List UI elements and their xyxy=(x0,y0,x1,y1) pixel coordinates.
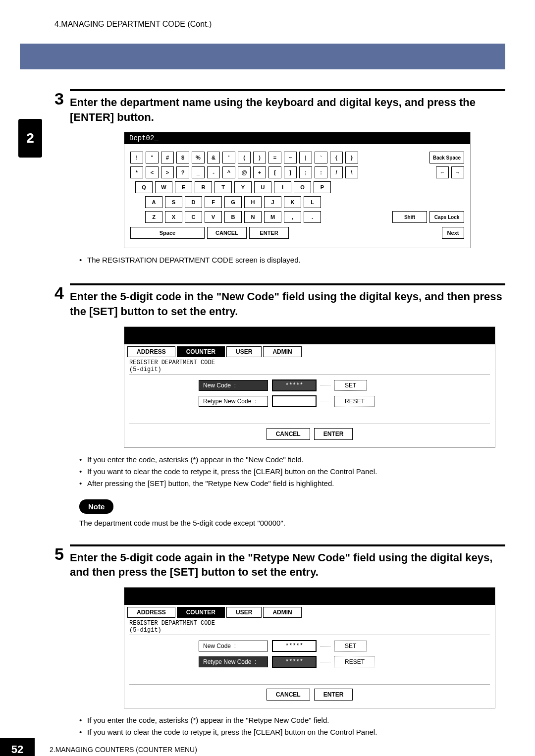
key-#[interactable]: # xyxy=(161,152,174,163)
note-text: The department code must be the 5-digit … xyxy=(79,519,505,527)
key->[interactable]: > xyxy=(161,166,174,178)
step-title: Enter the 5-digit code again in the "Ret… xyxy=(70,544,505,580)
key-`[interactable]: ` xyxy=(315,152,327,163)
new-code-label: New Code : xyxy=(199,641,268,651)
key-,[interactable]: , xyxy=(284,211,301,223)
key-v[interactable]: V xyxy=(205,211,222,223)
key-g[interactable]: G xyxy=(224,196,242,208)
key-y[interactable]: Y xyxy=(234,181,252,193)
tab-address[interactable]: ADDRESS xyxy=(127,607,175,618)
key--[interactable]: - xyxy=(207,166,220,178)
step-title: Enter the department name using the keyb… xyxy=(70,89,505,124)
reset-button[interactable]: RESET xyxy=(334,656,375,667)
cancel-key[interactable]: CANCEL xyxy=(207,227,247,239)
key-h[interactable]: H xyxy=(244,196,262,208)
key-m[interactable]: M xyxy=(264,211,281,223)
key-{[interactable]: { xyxy=(330,152,343,163)
key-@[interactable]: @ xyxy=(238,166,251,178)
key-?[interactable]: ? xyxy=(176,166,189,178)
key-][interactable]: ] xyxy=(284,166,297,178)
key-=[interactable]: = xyxy=(268,152,281,163)
key-c[interactable]: C xyxy=(185,211,202,223)
tab-admin[interactable]: ADMIN xyxy=(263,346,301,357)
enter-button[interactable]: ENTER xyxy=(314,428,353,440)
key-)[interactable]: ) xyxy=(253,152,266,163)
key-&[interactable]: & xyxy=(207,152,220,163)
enter-button[interactable]: ENTER xyxy=(314,689,353,701)
key-'[interactable]: ' xyxy=(222,152,235,163)
footer-text: 2.MANAGING COUNTERS (COUNTER MENU) xyxy=(50,746,197,754)
key-d[interactable]: D xyxy=(185,196,202,208)
key-n[interactable]: N xyxy=(244,211,262,223)
key-r[interactable]: R xyxy=(195,181,212,193)
key-%[interactable]: % xyxy=(192,152,205,163)
tab-user[interactable]: USER xyxy=(226,346,262,357)
register-screenshot-5: ADDRESSCOUNTERUSERADMINREGISTER DEPARTME… xyxy=(124,587,495,708)
key-^[interactable]: ^ xyxy=(222,166,235,178)
reset-button[interactable]: RESET xyxy=(334,396,375,407)
key-u[interactable]: U xyxy=(254,181,271,193)
key-e[interactable]: E xyxy=(175,181,192,193)
key-l[interactable]: L xyxy=(304,196,321,208)
key-t[interactable]: T xyxy=(214,181,232,193)
new-code-input[interactable]: ***** xyxy=(272,640,317,652)
key-![interactable]: ! xyxy=(130,152,143,163)
retype-code-label: Retype New Code : xyxy=(199,656,268,667)
key-[[interactable]: [ xyxy=(268,166,281,178)
key-j[interactable]: J xyxy=(264,196,281,208)
key-back space[interactable]: Back Space xyxy=(429,152,464,163)
key-<[interactable]: < xyxy=(146,166,159,178)
key-z[interactable]: Z xyxy=(145,211,162,223)
key-←[interactable]: ← xyxy=(436,166,449,178)
key-([interactable]: ( xyxy=(238,152,251,163)
step-bullet: If you want to clear the code to retype … xyxy=(79,726,505,738)
key-o[interactable]: O xyxy=(294,181,311,193)
key-a[interactable]: A xyxy=(145,196,162,208)
set-button[interactable]: SET xyxy=(334,641,367,651)
key-p[interactable]: P xyxy=(314,181,331,193)
key-→[interactable]: → xyxy=(451,166,464,178)
tab-counter[interactable]: COUNTER xyxy=(177,607,225,618)
key-|[interactable]: | xyxy=(299,152,312,163)
key-i[interactable]: I xyxy=(274,181,291,193)
key-.[interactable]: . xyxy=(304,211,321,223)
key-_[interactable]: _ xyxy=(192,166,205,178)
tab-admin[interactable]: ADMIN xyxy=(263,607,301,618)
new-code-input[interactable]: ***** xyxy=(272,379,317,391)
key-shift[interactable]: Shift xyxy=(392,211,427,223)
tab-counter[interactable]: COUNTER xyxy=(177,346,225,357)
next-key[interactable]: Next xyxy=(442,227,464,239)
key-/[interactable]: / xyxy=(330,166,343,178)
key-~[interactable]: ~ xyxy=(284,152,297,163)
key-"[interactable]: " xyxy=(146,152,159,163)
key-x[interactable]: X xyxy=(165,211,182,223)
set-button[interactable]: SET xyxy=(334,380,367,391)
key-b[interactable]: B xyxy=(224,211,242,223)
space-key[interactable]: Space xyxy=(130,227,205,239)
key-w[interactable]: W xyxy=(155,181,172,193)
key-s[interactable]: S xyxy=(165,196,182,208)
retype-code-label: Retype New Code : xyxy=(199,396,268,407)
key-$[interactable]: $ xyxy=(176,152,189,163)
reg-subtitle: REGISTER DEPARTMENT CODE(5-digit) xyxy=(129,358,490,375)
key-*[interactable]: * xyxy=(130,166,143,178)
key-f[interactable]: F xyxy=(205,196,222,208)
kb-input-display: Dept02_ xyxy=(124,132,470,144)
key-caps lock[interactable]: Caps Lock xyxy=(429,211,464,223)
key-}[interactable]: } xyxy=(345,152,358,163)
keyboard-screenshot: Dept02_ !"#$%&'()=~|`{}Back Space *<>?_-… xyxy=(124,132,471,248)
step-number: 4 xyxy=(54,283,64,303)
tab-address[interactable]: ADDRESS xyxy=(127,346,175,357)
retype-code-input[interactable]: ***** xyxy=(272,656,317,668)
tab-user[interactable]: USER xyxy=(226,607,262,618)
enter-key[interactable]: ENTER xyxy=(249,227,289,239)
cancel-button[interactable]: CANCEL xyxy=(267,428,310,440)
key-q[interactable]: Q xyxy=(135,181,153,193)
key-+[interactable]: + xyxy=(253,166,266,178)
key-k[interactable]: K xyxy=(284,196,301,208)
key-:[interactable]: : xyxy=(315,166,327,178)
retype-code-input[interactable] xyxy=(272,395,317,407)
cancel-button[interactable]: CANCEL xyxy=(267,689,310,701)
key-\[interactable]: \ xyxy=(345,166,358,178)
key-;[interactable]: ; xyxy=(299,166,312,178)
